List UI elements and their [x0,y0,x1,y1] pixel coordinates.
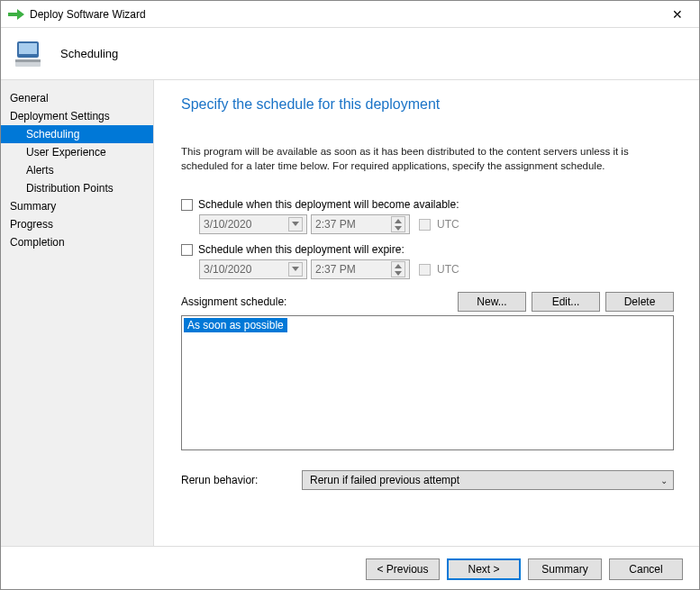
expire-utc-checkbox [419,264,431,276]
page-title: Specify the schedule for this deployment [181,96,674,113]
calendar-dropdown-icon [288,217,303,231]
expire-date-input: 3/10/2020 [199,259,307,279]
intro-text: This program will be available as soon a… [181,145,674,173]
available-date-input: 3/10/2020 [199,214,307,234]
available-utc-checkbox [419,219,431,231]
wizard-arrow-icon [8,8,24,21]
next-button[interactable]: Next > [447,558,521,580]
rerun-behavior-select[interactable]: Rerun if failed previous attempt ⌄ [302,470,674,490]
expire-time-value: 2:37 PM [315,263,356,276]
assignment-schedule-label: Assignment schedule: [181,295,286,308]
expire-utc-label: UTC [437,263,459,276]
sidebar-item-general[interactable]: General [1,89,153,107]
window-title: Deploy Software Wizard [30,8,659,21]
wizard-content: Specify the schedule for this deployment… [154,80,699,546]
wizard-step-name: Scheduling [60,47,118,60]
rerun-behavior-value: Rerun if failed previous attempt [310,474,459,486]
calendar-dropdown-icon [288,262,303,277]
available-time-value: 2:37 PM [315,218,356,231]
sidebar-item-alerts[interactable]: Alerts [1,161,153,179]
schedule-expire-checkbox[interactable] [181,244,193,256]
sidebar-item-scheduling[interactable]: Scheduling [1,125,153,143]
schedule-available-label: Schedule when this deployment will becom… [198,198,459,211]
title-bar: Deploy Software Wizard ✕ [1,1,699,28]
wizard-steps-sidebar: General Deployment Settings Scheduling U… [1,80,154,546]
list-item[interactable]: As soon as possible [184,318,287,332]
sidebar-item-deployment-settings[interactable]: Deployment Settings [1,107,153,125]
sidebar-item-completion[interactable]: Completion [1,233,153,251]
sidebar-item-summary[interactable]: Summary [1,197,153,215]
chevron-down-icon: ⌄ [660,476,668,486]
time-spinner-icon [391,216,405,232]
schedule-available-checkbox[interactable] [181,199,193,211]
available-utc-label: UTC [437,218,459,231]
delete-schedule-button[interactable]: Delete [605,292,674,312]
edit-schedule-button[interactable]: Edit... [532,292,600,312]
expire-time-input: 2:37 PM [311,259,410,279]
sidebar-item-distribution-points[interactable]: Distribution Points [1,179,153,197]
wizard-footer: < Previous Next > Summary Cancel [1,546,699,590]
time-spinner-icon [391,261,405,277]
available-time-input: 2:37 PM [311,214,410,234]
cancel-button[interactable]: Cancel [609,558,683,580]
svg-rect-1 [19,43,37,54]
expire-date-value: 3/10/2020 [204,263,251,276]
sidebar-item-user-experience[interactable]: User Experience [1,143,153,161]
computer-icon [12,36,48,72]
previous-button[interactable]: < Previous [366,558,440,580]
schedule-expire-label: Schedule when this deployment will expir… [198,243,405,256]
wizard-header: Scheduling [1,28,699,80]
assignment-schedule-listbox[interactable]: As soon as possible [181,315,674,450]
summary-button[interactable]: Summary [528,558,602,580]
sidebar-item-progress[interactable]: Progress [1,215,153,233]
close-button[interactable]: ✕ [659,2,695,27]
available-date-value: 3/10/2020 [204,218,251,231]
new-schedule-button[interactable]: New... [458,292,526,312]
svg-rect-3 [15,59,41,62]
rerun-behavior-label: Rerun behavior: [181,474,289,486]
